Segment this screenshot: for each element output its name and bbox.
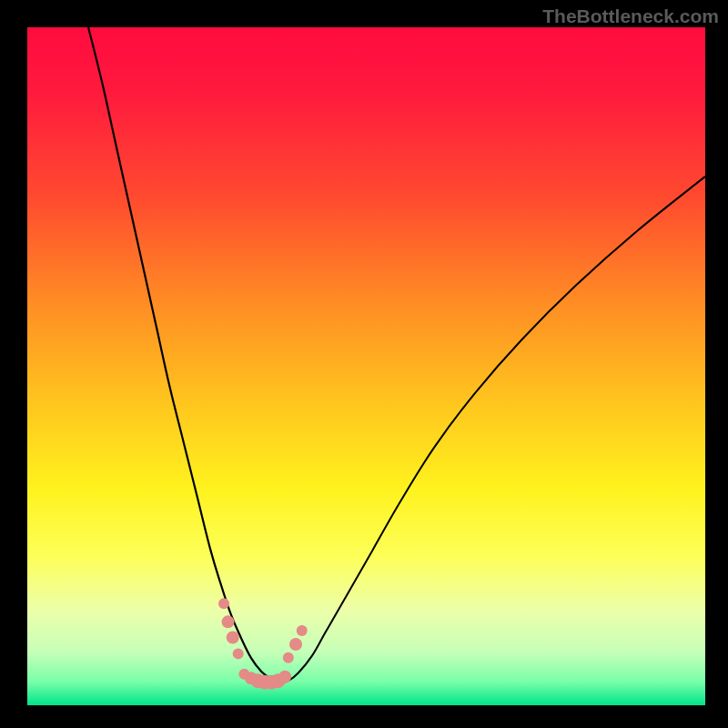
marker-dot bbox=[297, 625, 308, 636]
watermark: TheBottleneck.com bbox=[542, 5, 719, 27]
right-curve bbox=[278, 177, 705, 683]
marker-dot bbox=[218, 598, 229, 609]
marker-dot bbox=[227, 632, 239, 644]
curves-layer bbox=[27, 27, 705, 705]
marker-dot bbox=[283, 652, 294, 663]
marker-dot bbox=[278, 671, 291, 683]
minimum-markers bbox=[218, 598, 308, 689]
left-curve bbox=[88, 27, 278, 683]
marker-dot bbox=[222, 615, 235, 628]
chart-frame: TheBottleneck.com bbox=[0, 0, 728, 728]
marker-dot bbox=[233, 648, 244, 659]
marker-dot bbox=[289, 638, 302, 651]
plot-area bbox=[27, 27, 705, 705]
